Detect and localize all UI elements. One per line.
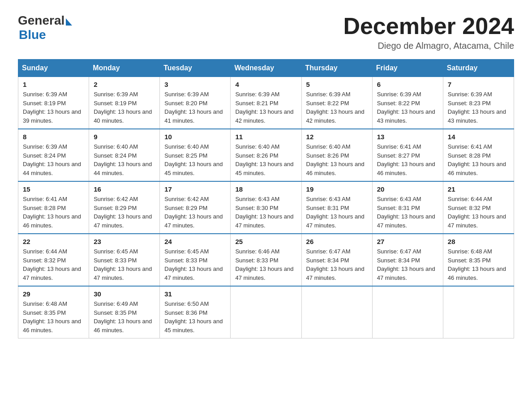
day-number: 17 [164,185,226,193]
calendar-week-1: 1 Sunrise: 6:39 AMSunset: 8:19 PMDayligh… [18,77,514,129]
day-info: Sunrise: 6:50 AMSunset: 8:36 PMDaylight:… [164,300,223,334]
day-info: Sunrise: 6:42 AMSunset: 8:29 PMDaylight:… [164,196,223,229]
calendar-cell [301,286,372,338]
calendar-cell: 16 Sunrise: 6:42 AMSunset: 8:29 PMDaylig… [89,181,160,234]
day-number: 8 [23,133,84,141]
calendar-cell: 14 Sunrise: 6:41 AMSunset: 8:28 PMDaylig… [443,129,514,181]
calendar-cell: 23 Sunrise: 6:45 AMSunset: 8:33 PMDaylig… [89,234,160,286]
day-info: Sunrise: 6:48 AMSunset: 8:35 PMDaylight:… [448,248,506,281]
day-info: Sunrise: 6:39 AMSunset: 8:23 PMDaylight:… [448,91,506,124]
logo: General Blue [18,13,72,42]
calendar-cell: 15 Sunrise: 6:41 AMSunset: 8:28 PMDaylig… [18,181,89,234]
col-header-sunday: Sunday [18,60,89,77]
day-number: 22 [23,238,84,245]
calendar-cell: 4 Sunrise: 6:39 AMSunset: 8:21 PMDayligh… [231,77,301,129]
calendar-cell: 1 Sunrise: 6:39 AMSunset: 8:19 PMDayligh… [18,77,89,129]
col-header-saturday: Saturday [443,60,514,77]
calendar-cell: 27 Sunrise: 6:47 AMSunset: 8:34 PMDaylig… [372,234,443,286]
day-info: Sunrise: 6:45 AMSunset: 8:33 PMDaylight:… [164,248,223,281]
calendar-cell: 22 Sunrise: 6:44 AMSunset: 8:32 PMDaylig… [18,234,89,286]
page-header: General Blue December 2024 Diego de Alma… [18,13,514,51]
calendar-cell: 30 Sunrise: 6:49 AMSunset: 8:35 PMDaylig… [89,286,160,338]
day-info: Sunrise: 6:39 AMSunset: 8:22 PMDaylight:… [377,91,435,124]
day-number: 19 [306,185,368,193]
day-number: 31 [164,290,226,298]
calendar-cell: 26 Sunrise: 6:47 AMSunset: 8:34 PMDaylig… [301,234,372,286]
day-number: 6 [377,81,438,88]
day-info: Sunrise: 6:43 AMSunset: 8:31 PMDaylight:… [306,196,365,229]
day-info: Sunrise: 6:44 AMSunset: 8:32 PMDaylight:… [448,196,506,229]
calendar-week-2: 8 Sunrise: 6:39 AMSunset: 8:24 PMDayligh… [18,129,514,181]
day-info: Sunrise: 6:39 AMSunset: 8:19 PMDaylight:… [23,91,81,124]
day-info: Sunrise: 6:49 AMSunset: 8:35 PMDaylight:… [94,300,152,334]
calendar-cell: 31 Sunrise: 6:50 AMSunset: 8:36 PMDaylig… [160,286,231,338]
calendar-cell: 13 Sunrise: 6:41 AMSunset: 8:27 PMDaylig… [372,129,443,181]
calendar-table: SundayMondayTuesdayWednesdayThursdayFrid… [18,59,514,338]
day-number: 21 [448,185,509,193]
calendar-cell: 8 Sunrise: 6:39 AMSunset: 8:24 PMDayligh… [18,129,89,181]
calendar-cell: 29 Sunrise: 6:48 AMSunset: 8:35 PMDaylig… [18,286,89,338]
calendar-cell: 9 Sunrise: 6:40 AMSunset: 8:24 PMDayligh… [89,129,160,181]
col-header-tuesday: Tuesday [160,60,231,77]
day-info: Sunrise: 6:40 AMSunset: 8:24 PMDaylight:… [94,143,152,176]
day-info: Sunrise: 6:39 AMSunset: 8:20 PMDaylight:… [164,91,223,124]
day-number: 5 [306,81,368,88]
calendar-cell: 2 Sunrise: 6:39 AMSunset: 8:19 PMDayligh… [89,77,160,129]
calendar-cell: 6 Sunrise: 6:39 AMSunset: 8:22 PMDayligh… [372,77,443,129]
day-number: 7 [448,81,509,88]
calendar-week-4: 22 Sunrise: 6:44 AMSunset: 8:32 PMDaylig… [18,234,514,286]
day-number: 2 [94,81,155,88]
calendar-cell: 18 Sunrise: 6:43 AMSunset: 8:30 PMDaylig… [231,181,301,234]
day-info: Sunrise: 6:43 AMSunset: 8:30 PMDaylight:… [235,196,293,229]
day-info: Sunrise: 6:43 AMSunset: 8:31 PMDaylight:… [377,196,435,229]
col-header-thursday: Thursday [301,60,372,77]
logo-blue-text: Blue [19,28,46,42]
day-number: 3 [164,81,226,88]
day-number: 29 [23,290,84,298]
col-header-friday: Friday [372,60,443,77]
calendar-cell: 28 Sunrise: 6:48 AMSunset: 8:35 PMDaylig… [443,234,514,286]
day-info: Sunrise: 6:39 AMSunset: 8:22 PMDaylight:… [306,91,365,124]
day-info: Sunrise: 6:41 AMSunset: 8:27 PMDaylight:… [377,143,435,176]
day-info: Sunrise: 6:46 AMSunset: 8:33 PMDaylight:… [235,248,293,281]
day-info: Sunrise: 6:44 AMSunset: 8:32 PMDaylight:… [23,248,81,281]
calendar-cell: 19 Sunrise: 6:43 AMSunset: 8:31 PMDaylig… [301,181,372,234]
logo-arrow-icon [66,18,72,26]
calendar-cell: 21 Sunrise: 6:44 AMSunset: 8:32 PMDaylig… [443,181,514,234]
day-number: 12 [306,133,368,141]
day-number: 15 [23,185,84,193]
calendar-cell: 5 Sunrise: 6:39 AMSunset: 8:22 PMDayligh… [301,77,372,129]
day-number: 30 [94,290,155,298]
day-number: 20 [377,185,438,193]
day-number: 16 [94,185,155,193]
calendar-cell: 11 Sunrise: 6:40 AMSunset: 8:26 PMDaylig… [231,129,301,181]
day-number: 10 [164,133,226,141]
day-number: 25 [235,238,296,245]
day-number: 11 [235,133,296,141]
calendar-cell: 25 Sunrise: 6:46 AMSunset: 8:33 PMDaylig… [231,234,301,286]
calendar-cell: 20 Sunrise: 6:43 AMSunset: 8:31 PMDaylig… [372,181,443,234]
month-year-title: December 2024 [343,13,514,39]
day-info: Sunrise: 6:45 AMSunset: 8:33 PMDaylight:… [94,248,152,281]
col-header-wednesday: Wednesday [231,60,301,77]
day-number: 26 [306,238,368,245]
day-info: Sunrise: 6:40 AMSunset: 8:26 PMDaylight:… [306,143,365,176]
day-number: 27 [377,238,438,245]
day-info: Sunrise: 6:48 AMSunset: 8:35 PMDaylight:… [23,300,81,334]
day-number: 13 [377,133,438,141]
day-info: Sunrise: 6:39 AMSunset: 8:24 PMDaylight:… [23,143,81,176]
calendar-week-3: 15 Sunrise: 6:41 AMSunset: 8:28 PMDaylig… [18,181,514,234]
calendar-cell: 3 Sunrise: 6:39 AMSunset: 8:20 PMDayligh… [160,77,231,129]
location-text: Diego de Almagro, Atacama, Chile [343,41,514,51]
day-info: Sunrise: 6:40 AMSunset: 8:25 PMDaylight:… [164,143,223,176]
day-number: 4 [235,81,296,88]
calendar-cell [443,286,514,338]
day-number: 14 [448,133,509,141]
calendar-cell [231,286,301,338]
title-section: December 2024 Diego de Almagro, Atacama,… [343,13,514,51]
day-number: 9 [94,133,155,141]
day-number: 28 [448,238,509,245]
calendar-cell: 24 Sunrise: 6:45 AMSunset: 8:33 PMDaylig… [160,234,231,286]
day-number: 23 [94,238,155,245]
calendar-cell [372,286,443,338]
